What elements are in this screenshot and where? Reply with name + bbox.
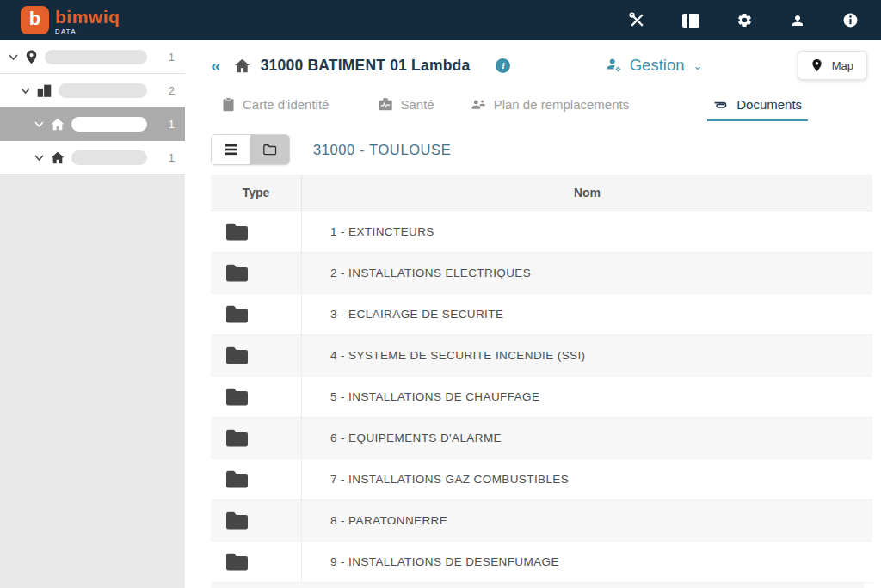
tree-count: 1 xyxy=(161,118,176,131)
folder-type-cell xyxy=(211,211,302,252)
document-folder-name: 4 - SYSTEME DE SECURITE INCENDIE (SSI) xyxy=(302,335,872,376)
user-gear-icon xyxy=(606,58,623,73)
gear-icon[interactable] xyxy=(736,12,753,28)
table-header: Type Nom xyxy=(211,175,872,211)
logo-subtitle: DATA xyxy=(55,28,120,35)
tab-bar: Carte d'identité Santé Plan de remplacem… xyxy=(211,90,881,121)
folder-type-cell xyxy=(211,542,302,582)
tree-label-placeholder xyxy=(59,83,147,98)
tree-item-building-selected[interactable]: 1 xyxy=(0,107,185,141)
map-pin-icon xyxy=(25,50,38,64)
document-folder-name: 3 - ECLAIRAGE DE SECURITE xyxy=(302,294,872,334)
document-folder-name: 8 - PARATONNERRE xyxy=(302,500,872,541)
clipboard-icon xyxy=(222,97,235,112)
home-icon xyxy=(51,118,65,131)
document-folder-name: 9 - INSTALLATIONS DE DESENFUMAGE xyxy=(302,542,872,582)
map-pin-icon xyxy=(811,58,822,72)
table-row-partial xyxy=(211,583,864,588)
tab-label: Documents xyxy=(736,97,802,112)
folder-icon xyxy=(224,303,250,325)
table-row[interactable]: 3 - ECLAIRAGE DE SECURITE xyxy=(211,294,872,335)
chevron-down-icon xyxy=(20,87,31,95)
tab-sante[interactable]: Santé xyxy=(373,97,440,121)
health-icon xyxy=(379,98,392,111)
home-icon xyxy=(51,151,65,164)
table-row[interactable]: 6 - EQUIPEMENTS D'ALARME xyxy=(211,418,872,459)
folder-outline-icon xyxy=(262,144,277,156)
chevron-down-icon xyxy=(34,120,45,128)
chevron-down-icon xyxy=(8,53,19,61)
page-title: 31000 BATIMENT 01 Lambda xyxy=(261,57,471,75)
folder-type-cell xyxy=(211,418,302,458)
buildings-icon xyxy=(37,83,52,97)
app-logo[interactable]: b bimwiq DATA xyxy=(21,6,120,35)
folder-type-cell xyxy=(211,335,302,376)
document-folder-name: 2 - INSTALLATIONS ELECTRIQUES xyxy=(302,253,872,293)
folder-icon xyxy=(224,510,250,531)
folder-type-cell xyxy=(211,294,302,334)
table-row[interactable]: 7 - INSTALLATIONS GAZ COMBUSTIBLES xyxy=(211,459,872,500)
layout-icon[interactable] xyxy=(682,14,699,28)
chevron-down-icon: ⌄ xyxy=(693,59,702,72)
folder-icon xyxy=(224,386,250,407)
tree-label-placeholder xyxy=(45,50,147,64)
folder-icon xyxy=(224,345,250,366)
collapse-back-icon[interactable]: « xyxy=(211,55,221,76)
table-row[interactable]: 9 - INSTALLATIONS DE DESENFUMAGE xyxy=(211,542,872,583)
documents-table: Type Nom 1 - EXTINCTEURS 2 - INSTALLATIO… xyxy=(211,175,872,588)
current-folder-label: 31000 - TOULOUSE xyxy=(313,142,451,158)
gestion-dropdown[interactable]: Gestion ⌄ xyxy=(606,56,703,75)
tree-item-building[interactable]: 1 xyxy=(0,141,185,175)
folder-type-cell xyxy=(211,253,302,293)
folder-icon xyxy=(224,427,250,449)
tab-documents[interactable]: Documents xyxy=(707,97,808,121)
tab-carte-identite[interactable]: Carte d'identité xyxy=(216,97,335,121)
table-row[interactable]: 5 - INSTALLATIONS DE CHAUFFAGE xyxy=(211,377,872,418)
paperclip-icon xyxy=(713,98,729,111)
table-row[interactable]: 8 - PARATONNERRE xyxy=(211,500,872,542)
folder-type-cell xyxy=(211,459,302,499)
tools-icon[interactable] xyxy=(629,12,645,28)
view-toggle-group xyxy=(211,134,290,165)
tree-count: 2 xyxy=(161,84,176,97)
tree-label-placeholder xyxy=(71,117,147,132)
tab-label: Plan de remplacements xyxy=(494,97,630,112)
page-header: « 31000 BATIMENT 01 Lambda i Gestion ⌄ M… xyxy=(211,40,881,90)
user-icon[interactable] xyxy=(790,13,805,28)
document-folder-name: 5 - INSTALLATIONS DE CHAUFFAGE xyxy=(302,377,872,417)
table-row[interactable]: 1 - EXTINCTEURS xyxy=(211,211,872,253)
app-header: b bimwiq DATA xyxy=(0,0,881,40)
list-icon xyxy=(225,144,238,156)
info-icon[interactable] xyxy=(842,12,859,28)
column-header-nom: Nom xyxy=(302,186,872,199)
tab-label: Carte d'identité xyxy=(243,97,329,112)
folder-icon xyxy=(224,262,250,284)
document-folder-name: 1 - EXTINCTEURS xyxy=(302,211,872,252)
column-header-type: Type xyxy=(211,175,302,211)
tree-count: 1 xyxy=(161,51,176,64)
map-button-label: Map xyxy=(832,59,853,72)
list-view-button[interactable] xyxy=(212,135,250,164)
tree-item-buildings-group[interactable]: 2 xyxy=(0,74,185,107)
document-folder-name: 7 - INSTALLATIONS GAZ COMBUSTIBLES xyxy=(302,459,872,499)
logo-wordmark: bimwiq xyxy=(55,8,120,26)
documents-toolbar: 31000 - TOULOUSE xyxy=(211,134,881,165)
folder-icon xyxy=(224,221,250,242)
table-row[interactable]: 2 - INSTALLATIONS ELECTRIQUES xyxy=(211,253,872,294)
tab-plan-de-remplacements[interactable]: Plan de remplacements xyxy=(465,97,636,121)
table-body: 1 - EXTINCTEURS 2 - INSTALLATIONS ELECTR… xyxy=(211,211,872,583)
info-icon[interactable]: i xyxy=(496,58,510,73)
tab-label: Santé xyxy=(400,97,434,112)
folder-icon xyxy=(224,469,250,490)
folder-view-button[interactable] xyxy=(250,135,289,164)
tree-count: 1 xyxy=(161,151,176,164)
tree-label-placeholder xyxy=(71,150,147,165)
sidebar-scroll-gutter[interactable] xyxy=(185,40,196,588)
folder-icon xyxy=(224,551,250,573)
people-icon xyxy=(471,98,486,112)
logo-badge-icon: b xyxy=(21,6,49,34)
table-row[interactable]: 4 - SYSTEME DE SECURITE INCENDIE (SSI) xyxy=(211,335,872,377)
map-button[interactable]: Map xyxy=(798,51,867,80)
document-folder-name: 6 - EQUIPEMENTS D'ALARME xyxy=(302,418,872,458)
tree-item-site[interactable]: 1 xyxy=(0,40,185,74)
